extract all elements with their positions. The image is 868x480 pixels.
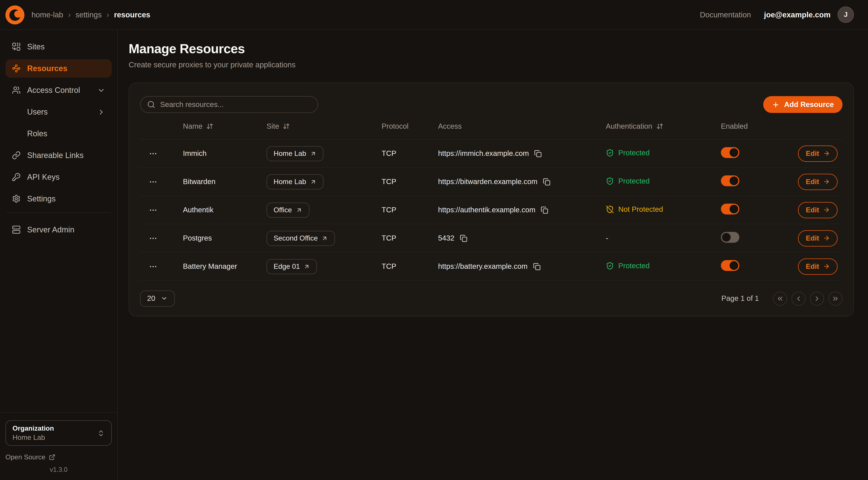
site-link-button[interactable]: Second Office: [267, 231, 335, 246]
prev-page-button[interactable]: [792, 291, 806, 305]
enabled-toggle[interactable]: [721, 232, 739, 243]
sort-name-header[interactable]: Name: [166, 122, 267, 130]
first-page-button[interactable]: [773, 291, 787, 305]
site-link-button[interactable]: Home Lab: [267, 146, 323, 161]
breadcrumb-separator-icon: ›: [68, 10, 70, 19]
site-name: Edge 01: [274, 262, 300, 270]
documentation-link[interactable]: Documentation: [700, 10, 751, 19]
edit-button[interactable]: Edit: [798, 202, 838, 218]
sidebar-item-users[interactable]: Users: [5, 102, 112, 121]
sidebar-item-server-admin[interactable]: Server Admin: [5, 220, 112, 239]
row-menu-button[interactable]: [149, 206, 157, 214]
sidebar-item-shareable-links[interactable]: Shareable Links: [5, 146, 112, 164]
table-row: Bitwarden Home Lab TCP https://bitwarden…: [140, 168, 842, 196]
arrow-up-right-icon: [310, 178, 316, 185]
organization-selector[interactable]: Organization Home Lab: [5, 420, 112, 446]
breadcrumb-settings[interactable]: settings: [75, 10, 102, 19]
chevrons-up-down-icon: [97, 429, 105, 437]
plus-icon: [772, 101, 780, 109]
protocol-value: TCP: [370, 178, 424, 186]
sidebar-item-settings[interactable]: Settings: [5, 189, 112, 208]
protocol-value: TCP: [370, 149, 424, 157]
arrow-up-right-icon: [304, 263, 310, 270]
authentication-text: Protected: [618, 149, 650, 157]
enabled-toggle[interactable]: [721, 260, 739, 271]
arrow-right-icon: [823, 178, 830, 185]
open-source-link[interactable]: Open Source: [5, 453, 112, 461]
sidebar-item-label: Resources: [27, 64, 67, 73]
sidebar-item-label: Roles: [27, 129, 47, 138]
avatar: J: [838, 6, 854, 23]
sidebar-item-roles[interactable]: Roles: [5, 124, 112, 143]
resources-table: Name Site Protocol Access Authentication: [140, 113, 842, 281]
edit-button[interactable]: Edit: [798, 230, 838, 246]
enabled-toggle[interactable]: [721, 175, 739, 186]
sidebar-item-label: Sites: [27, 42, 45, 51]
copy-button[interactable]: [460, 234, 467, 242]
site-link-button[interactable]: Home Lab: [267, 174, 323, 189]
page-size-select[interactable]: 20: [140, 290, 175, 307]
copy-button[interactable]: [533, 263, 540, 270]
protocol-value: TCP: [370, 262, 424, 270]
breadcrumb-current: resources: [114, 10, 150, 19]
resource-name: Postgres: [166, 234, 267, 242]
sites-icon: [12, 42, 21, 51]
edit-button[interactable]: Edit: [798, 174, 838, 190]
ellipsis-icon: [149, 149, 157, 158]
edit-button[interactable]: Edit: [798, 145, 838, 161]
copy-button[interactable]: [543, 178, 551, 185]
sidebar-item-resources[interactable]: Resources: [5, 59, 112, 78]
sidebar-item-api-keys[interactable]: API Keys: [5, 168, 112, 186]
sort-authentication-header[interactable]: Authentication: [600, 122, 717, 130]
sort-icon: [656, 123, 663, 129]
search-input[interactable]: [160, 100, 311, 109]
page-title: Manage Resources: [129, 41, 854, 57]
enabled-toggle[interactable]: [721, 204, 739, 214]
resource-name: Battery Manager: [166, 262, 267, 270]
page-subtitle: Create secure proxies to your private ap…: [129, 60, 854, 69]
toggle-knob: [730, 148, 738, 157]
authentication-badge: Protected: [606, 177, 650, 185]
sidebar-item-access-control[interactable]: Access Control: [5, 81, 112, 99]
authentication-text: Protected: [618, 262, 650, 270]
row-menu-button[interactable]: [149, 234, 157, 243]
row-menu-button[interactable]: [149, 177, 157, 186]
sidebar-item-label: Users: [27, 108, 48, 116]
last-page-button[interactable]: [828, 291, 842, 305]
row-menu-button[interactable]: [149, 149, 157, 158]
site-link-button[interactable]: Edge 01: [267, 259, 317, 274]
breadcrumb-org[interactable]: home-lab: [31, 10, 63, 19]
pangolin-logo: [5, 5, 25, 25]
table-header: Name Site Protocol Access Authentication: [140, 113, 842, 140]
copy-button[interactable]: [534, 150, 542, 157]
chevrons-left-icon: [776, 295, 784, 302]
next-page-button[interactable]: [810, 291, 824, 305]
site-name: Second Office: [274, 234, 318, 242]
open-source-label: Open Source: [5, 453, 45, 461]
topbar: home-lab › settings › resources Document…: [0, 0, 868, 30]
arrow-right-icon: [823, 206, 830, 213]
chevron-down-icon: [97, 86, 105, 94]
access-url: https://bitwarden.example.com: [438, 178, 537, 186]
add-resource-button[interactable]: Add Resource: [764, 96, 842, 113]
sort-site-header[interactable]: Site: [267, 122, 370, 130]
authentication-badge: Protected: [606, 262, 650, 270]
breadcrumb: home-lab › settings › resources: [31, 10, 150, 19]
edit-button[interactable]: Edit: [798, 258, 838, 275]
organization-value: Home Lab: [12, 433, 54, 442]
sidebar-item-label: Settings: [27, 194, 56, 203]
access-url: https://authentik.example.com: [438, 206, 535, 214]
copy-button[interactable]: [541, 206, 549, 214]
enabled-toggle[interactable]: [721, 147, 739, 158]
sidebar-item-sites[interactable]: Sites: [5, 37, 112, 56]
authentication-badge: -: [606, 234, 608, 242]
user-menu-button[interactable]: joe@example.com J: [764, 6, 854, 23]
key-icon: [12, 173, 21, 181]
sort-icon: [206, 123, 213, 129]
table-row: Authentik Office TCP https://authentik.e…: [140, 196, 842, 224]
row-menu-button[interactable]: [149, 262, 157, 271]
protocol-header: Protocol: [370, 122, 424, 130]
access-header: Access: [424, 122, 600, 130]
site-link-button[interactable]: Office: [267, 202, 309, 217]
edit-label: Edit: [806, 178, 819, 186]
